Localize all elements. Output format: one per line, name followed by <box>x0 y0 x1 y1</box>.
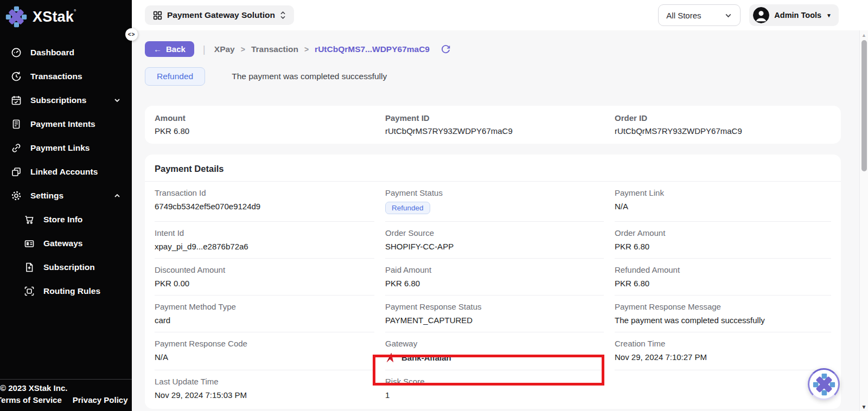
sidebar-collapse-toggle[interactable]: <> <box>125 28 138 41</box>
summary-field-amount: Amount PKR 6.80 <box>155 113 374 136</box>
scroll-down-arrow[interactable]: ▼ <box>861 404 867 410</box>
calendar-icon <box>11 95 22 106</box>
status-badge: Refunded <box>145 67 205 86</box>
payment-details-title: Payment Details <box>145 155 841 182</box>
detail-cell-discounted-amount: Discounted Amount PKR 0.00 <box>155 258 374 295</box>
payment-details-grid: Transaction Id 6749cb5342ef5e070e9124d9 … <box>145 182 841 407</box>
terms-of-service-link[interactable]: Terms of Service <box>0 395 62 404</box>
detail-cell-paid-amount: Paid Amount PKR 6.80 <box>385 258 604 295</box>
sidebar-item-label: Subscriptions <box>30 95 86 105</box>
id-card-icon <box>24 238 35 249</box>
sidebar-item-settings[interactable]: Settings <box>0 184 132 208</box>
sidebar-item-gateways[interactable]: Gateways <box>0 232 132 255</box>
detail-cell-order-amount: Order Amount PKR 6.80 <box>615 221 831 258</box>
sidebar-item-label: Linked Accounts <box>30 167 98 177</box>
scrollbar-thumb[interactable] <box>861 40 867 171</box>
detail-cell-risk-score: Risk Score 1 <box>385 370 604 407</box>
copy-icon <box>11 166 22 177</box>
server-icon <box>11 119 22 130</box>
topbar: Payment Gateway Solution All Stores Admi… <box>132 0 868 30</box>
sidebar-item-store-info[interactable]: Store Info <box>0 208 132 232</box>
caret-down-icon: ▼ <box>826 12 832 18</box>
detail-cell-transaction-id: Transaction Id 6749cb5342ef5e070e9124d9 <box>155 182 374 221</box>
vertical-scrollbar[interactable]: ▲ ▼ <box>859 30 868 411</box>
app-switcher[interactable]: Payment Gateway Solution <box>145 5 294 25</box>
sidebar-item-routing-rules[interactable]: Routing Rules <box>0 279 132 303</box>
breadcrumb-current-id[interactable]: rUtCbQrMS7...WDPY67maC9 <box>315 44 430 54</box>
detail-cell-payment-response-status: Payment Response Status PAYMENT_CAPTURED <box>385 295 604 332</box>
sidebar-item-label: Settings <box>30 191 63 201</box>
gauge-icon <box>11 47 22 58</box>
back-button[interactable]: ← Back <box>145 41 194 57</box>
frame-icon <box>24 286 35 297</box>
field-value: rUtCbQrMS7RY93ZWDPY67maC9 <box>615 126 831 136</box>
up-down-chevron-icon <box>280 11 286 20</box>
scroll-up-arrow[interactable]: ▲ <box>861 33 866 38</box>
payment-details-card: Payment Details Transaction Id 6749cb534… <box>145 155 841 409</box>
detail-cell-order-source: Order Source SHOPIFY-CC-APP <box>385 221 604 258</box>
field-value: PKR 6.80 <box>155 126 374 136</box>
detail-cell-refunded-amount: Refunded Amount PKR 6.80 <box>615 258 831 295</box>
payment-status-badge: Refunded <box>385 202 430 214</box>
main-area: <> Payment Gateway Solution All Stores <box>132 0 868 411</box>
detail-cell-payment-status: Payment Status Refunded <box>385 182 604 221</box>
detail-cell-payment-response-message: Payment Response Message The payment was… <box>615 295 831 332</box>
breadcrumb-separator: > <box>241 45 245 54</box>
user-menu[interactable]: Admin Tools ▼ <box>749 4 839 26</box>
sidebar-item-label: Payment Intents <box>30 119 95 129</box>
brand-logo[interactable]: XStak° <box>0 0 132 32</box>
privacy-policy-link[interactable]: Privacy Policy <box>73 395 128 404</box>
app-switcher-label: Payment Gateway Solution <box>167 10 275 20</box>
page-content: ← Back | XPay > Transaction > rUtCbQrMS7… <box>132 30 868 409</box>
history-icon <box>11 71 22 82</box>
summary-field-payment-id: Payment ID rUtCbQrMS7RY93ZWDPY67maC9 <box>385 113 604 136</box>
store-filter-select[interactable]: All Stores <box>658 4 741 26</box>
sidebar-item-label: Store Info <box>43 215 82 224</box>
sidebar-item-label: Gateways <box>43 239 82 248</box>
sidebar-footer: © 2023 XStak Inc. Terms of Service Priva… <box>0 379 132 411</box>
floating-assistant-button[interactable] <box>808 368 840 400</box>
sidebar-item-label: Dashboard <box>30 48 74 57</box>
xstak-asterisk-icon <box>813 373 835 396</box>
field-label: Order ID <box>615 113 831 123</box>
file-icon <box>24 262 35 273</box>
link-icon <box>11 143 22 153</box>
bank-alfalah-logo-icon <box>385 352 397 363</box>
cart-icon <box>24 214 35 225</box>
breadcrumb-separator: > <box>304 45 309 54</box>
sidebar-item-payment-intents[interactable]: Payment Intents <box>0 112 132 136</box>
vertical-divider: | <box>203 43 206 55</box>
sidebar-item-dashboard[interactable]: Dashboard <box>0 41 132 65</box>
store-filter-value: All Stores <box>666 11 701 20</box>
detail-cell-intent-id: Intent Id xpay_pi_d9...e2876b72a6 <box>155 221 374 258</box>
sidebar-item-payment-links[interactable]: Payment Links <box>0 136 132 160</box>
breadcrumb-root[interactable]: XPay <box>214 44 235 54</box>
refresh-icon[interactable] <box>441 44 451 54</box>
detail-cell-gateway: Gateway Bank-Alfalah <box>385 332 604 370</box>
chevron-down-icon <box>724 11 732 20</box>
status-message: The payment was completed successfully <box>232 72 387 81</box>
breadcrumb-section[interactable]: Transaction <box>251 44 298 54</box>
summary-card: Amount PKR 6.80 Payment ID rUtCbQrMS7RY9… <box>145 106 841 144</box>
detail-cell-last-update-time: Last Update Time Nov 29, 2024 7:15:03 PM <box>155 370 374 407</box>
sidebar-nav: Dashboard Transactions Subscriptions Pay… <box>0 41 132 303</box>
left-arrow-icon: ← <box>154 44 162 54</box>
detail-cell-payment-method-type: Payment Method Type card <box>155 295 374 332</box>
chevron-down-icon <box>113 97 121 104</box>
field-label: Payment ID <box>385 113 604 123</box>
copyright-text: © 2023 XStak Inc. <box>0 383 132 393</box>
summary-field-order-id: Order ID rUtCbQrMS7RY93ZWDPY67maC9 <box>615 113 831 136</box>
field-value: rUtCbQrMS7RY93ZWDPY67maC9 <box>385 126 604 136</box>
sidebar-item-label: Subscription <box>43 262 95 272</box>
sidebar-item-subscription[interactable]: Subscription <box>0 255 132 279</box>
sidebar-item-transactions[interactable]: Transactions <box>0 65 132 88</box>
field-label: Amount <box>155 113 374 123</box>
breadcrumb: XPay > Transaction > rUtCbQrMS7...WDPY67… <box>214 44 430 54</box>
detail-cell-creation-time: Creation Time Nov 29, 2024 7:10:27 PM <box>615 332 831 370</box>
user-menu-label: Admin Tools <box>774 11 821 20</box>
sidebar-item-label: Transactions <box>30 72 82 81</box>
detail-cell-empty <box>615 370 831 407</box>
chevron-up-icon <box>113 192 121 200</box>
sidebar-item-subscriptions[interactable]: Subscriptions <box>0 88 132 112</box>
sidebar-item-linked-accounts[interactable]: Linked Accounts <box>0 160 132 184</box>
